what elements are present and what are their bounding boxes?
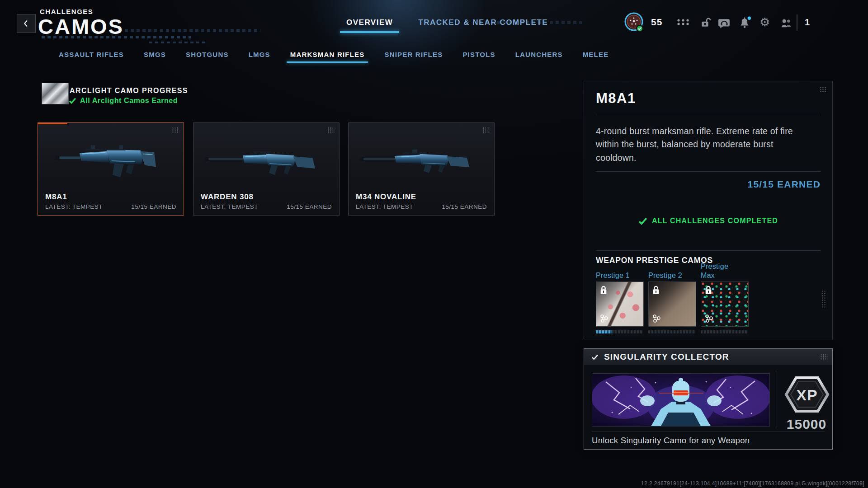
weapon-earned-count: 15/15 EARNED [131, 203, 176, 210]
notifications-button[interactable] [739, 16, 751, 29]
singularity-collector-title: SINGULARITY COLLECTOR [604, 352, 729, 362]
wtab-lmgs[interactable]: LMGS [249, 51, 270, 63]
lock-icon [599, 285, 608, 295]
weapon-card-m8a1[interactable]: M8A1 LATEST: TEMPEST 15/15 EARNED [38, 122, 184, 216]
glitch-decoration [125, 29, 260, 32]
prestige-2-column: Prestige 2 [648, 258, 695, 333]
divider [596, 171, 821, 172]
divider [777, 371, 777, 427]
singularity-banner-image [592, 373, 770, 427]
prestige-1-camo-thumbnail[interactable] [596, 282, 644, 327]
reward-description: Unlock Singularity Camo for any Weapon [592, 436, 750, 446]
divider [592, 432, 825, 432]
xp-amount: 15000 [781, 417, 832, 432]
weapon-card-warden-308[interactable]: WARDEN 308 LATEST: TEMPEST 15/15 EARNED [193, 122, 340, 216]
tab-overview[interactable]: OVERVIEW [346, 18, 393, 27]
check-icon [591, 354, 599, 360]
xp-badge: XP [783, 372, 830, 418]
check-icon [69, 98, 76, 104]
wtab-launchers[interactable]: LAUNCHERS [515, 51, 563, 63]
prestige-1-progress-fill [596, 330, 612, 333]
player-level: 55 [651, 17, 662, 28]
prestige-camos-row: Prestige 1 [596, 258, 748, 333]
arclight-progress-title: ARCLIGHT CAMO PROGRESS [70, 87, 188, 95]
singularity-collector-panel: SINGULARITY COLLECTOR [584, 348, 833, 450]
party-count: 1 [805, 17, 810, 28]
chevron-left-icon [21, 19, 31, 28]
back-button[interactable] [17, 14, 36, 33]
divider [596, 250, 821, 251]
challenge-tracker-icon [704, 314, 713, 323]
bell-icon [739, 16, 751, 29]
prestige-max-progress-bar [701, 330, 748, 333]
wtab-marksman-rifles[interactable]: MARKSMAN RIFLES [290, 51, 365, 63]
wtab-shotguns[interactable]: SHOTGUNS [186, 51, 229, 63]
prestige-max-column: Prestige Max [701, 258, 748, 333]
gear-icon: ⚙ [760, 16, 770, 28]
weapon-class-tabs: ASSAULT RIFLES SMGS SHOTGUNS LMGS MARKSM… [59, 51, 609, 63]
detail-weapon-description: 4-round burst marksman rifle. Extreme ra… [596, 125, 812, 164]
weapon-name: WARDEN 308 [201, 192, 254, 202]
prestige-1-column: Prestige 1 [596, 258, 643, 333]
top-nav-tabs: OVERVIEW TRACKED & NEAR COMPLETE [346, 18, 548, 27]
camos-screen: CHALLENGES CAMOS OVERVIEW TRACKED & NEAR… [0, 0, 868, 488]
wtab-melee[interactable]: MELEE [583, 51, 609, 63]
wtab-pistols[interactable]: PISTOLS [462, 51, 495, 63]
weapon-earned-count: 15/15 EARNED [287, 203, 332, 210]
unlock-icon [700, 17, 711, 28]
challenge-tracker-icon [652, 314, 661, 323]
weapon-latest-camo: LATEST: TEMPEST [201, 203, 258, 210]
arclight-progress-status: All Arclight Camos Earned [69, 97, 178, 105]
build-version: 12.2.24679191[24-113.104.4]10689+11:[740… [641, 480, 864, 487]
weapon-detail-panel: M8A1 4-round burst marksman rifle. Extre… [584, 81, 833, 339]
dots-decoration [821, 290, 826, 308]
check-icon [638, 217, 647, 225]
unlocks-button[interactable] [700, 17, 711, 28]
weapon-earned-count: 15/15 EARNED [442, 203, 487, 210]
grid-dots-icon [676, 18, 690, 26]
voice-chat-button[interactable] [718, 18, 731, 29]
weapon-image-warden-308 [193, 129, 339, 191]
detail-weapon-title: M8A1 [596, 90, 636, 107]
weapon-latest-camo: LATEST: TEMPEST [356, 203, 413, 210]
singularity-collector-header[interactable]: SINGULARITY COLLECTOR [584, 349, 832, 366]
weapon-image-m8a1 [38, 129, 184, 191]
headset-chat-icon [718, 18, 731, 29]
wtab-smgs[interactable]: SMGS [144, 51, 166, 63]
challenge-tracker-icon [599, 314, 609, 323]
wtab-sniper-rifles[interactable]: SNIPER RIFLES [384, 51, 443, 63]
weapon-image-m34-novaline [349, 129, 494, 191]
prestige-2-label: Prestige 2 [648, 258, 688, 280]
weapon-name: M8A1 [45, 192, 67, 202]
divider [596, 115, 821, 115]
rank-emblem[interactable] [624, 12, 645, 34]
prestige-2-camo-thumbnail[interactable] [648, 282, 696, 327]
weapon-card-m34-novaline[interactable]: M34 NOVALINE LATEST: TEMPEST 15/15 EARNE… [348, 122, 495, 216]
friends-icon [780, 18, 793, 28]
glitch-decoration [149, 42, 208, 43]
header-divider [797, 14, 797, 31]
prestige-2-progress-bar [648, 330, 695, 333]
lock-icon [704, 285, 712, 295]
detail-earned-count: 15/15 EARNED [748, 179, 821, 190]
challenges-completed-label: ALL CHALLENGES COMPLETED [652, 217, 778, 225]
arclight-status-label: All Arclight Camos Earned [80, 97, 178, 105]
lock-icon [652, 285, 660, 295]
drag-dots-icon [820, 354, 828, 360]
rank-emblem-icon [624, 12, 645, 33]
social-button[interactable] [780, 18, 793, 28]
prestige-1-progress-bar [596, 330, 643, 333]
weapon-latest-camo: LATEST: TEMPEST [45, 203, 103, 210]
xp-label: XP [796, 386, 817, 404]
wtab-assault-rifles[interactable]: ASSAULT RIFLES [59, 51, 124, 63]
prestige-max-label: Prestige Max [701, 258, 741, 280]
settings-button[interactable]: ⚙ [760, 16, 770, 28]
challenges-completed-status: ALL CHALLENGES COMPLETED [584, 217, 832, 225]
prestige-max-camo-thumbnail[interactable] [701, 282, 749, 327]
arclight-camo-thumbnail [42, 83, 69, 104]
tab-tracked-near-complete[interactable]: TRACKED & NEAR COMPLETE [418, 18, 548, 27]
weapon-name: M34 NOVALINE [356, 192, 416, 202]
apps-grid-button[interactable] [676, 18, 690, 26]
glitch-decoration [42, 36, 191, 38]
drag-dots-icon [820, 86, 827, 92]
